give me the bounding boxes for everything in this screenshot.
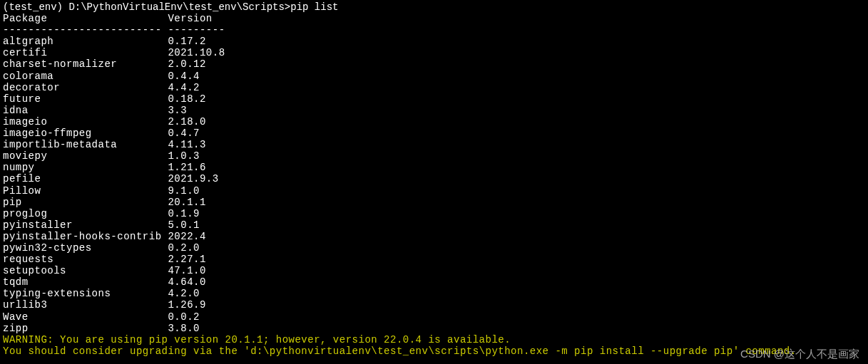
package-version: 4.4.2 <box>168 82 200 93</box>
package-version: 2.18.0 <box>168 116 205 128</box>
package-version: 2021.9.3 <box>168 173 218 184</box>
warning-line-2: You should consider upgrading via the 'd… <box>3 345 865 357</box>
package-row: pyinstaller 5.0.1 <box>3 219 865 231</box>
package-version: 3.8.0 <box>168 323 200 334</box>
package-name: charset-normalizer <box>3 58 168 70</box>
package-row: moviepy 1.0.3 <box>3 150 865 162</box>
header-package: Package <box>3 13 168 24</box>
package-name: altgraph <box>3 36 168 47</box>
package-row: setuptools 47.1.0 <box>3 265 865 276</box>
package-name: moviepy <box>3 150 168 162</box>
package-name: zipp <box>3 323 168 334</box>
package-name: idna <box>3 105 168 116</box>
package-version: 5.0.1 <box>168 219 200 231</box>
separator-version: --------- <box>168 24 225 36</box>
package-version: 0.2.0 <box>168 242 200 254</box>
package-version: 0.4.4 <box>168 71 200 82</box>
package-version: 4.64.0 <box>168 276 205 288</box>
package-name: proglog <box>3 208 168 219</box>
package-name: pyinstaller <box>3 219 168 231</box>
package-row: proglog 0.1.9 <box>3 208 865 219</box>
package-name: pip <box>3 197 168 208</box>
package-name: urllib3 <box>3 299 168 311</box>
package-row: pefile 2021.9.3 <box>3 173 865 184</box>
package-version: 0.1.9 <box>168 208 200 219</box>
package-row: requests 2.27.1 <box>3 254 865 265</box>
package-version: 1.26.9 <box>168 299 205 311</box>
package-name: Wave <box>3 311 168 323</box>
package-version: 0.18.2 <box>168 93 205 105</box>
package-row: pip 20.1.1 <box>3 197 865 208</box>
prompt-prefix: (test_env) D:\PythonVirtualEnv\test_env\… <box>3 1 290 13</box>
package-version: 0.4.7 <box>168 128 200 139</box>
package-name: imageio <box>3 116 168 128</box>
package-row: charset-normalizer 2.0.12 <box>3 58 865 70</box>
package-row: pyinstaller-hooks-contrib 2022.4 <box>3 231 865 242</box>
package-row: future 0.18.2 <box>3 93 865 105</box>
package-row: numpy 1.21.6 <box>3 162 865 173</box>
package-row: imageio-ffmpeg 0.4.7 <box>3 128 865 139</box>
package-row: colorama 0.4.4 <box>3 71 865 82</box>
package-row: typing-extensions 4.2.0 <box>3 288 865 299</box>
package-row: imageio 2.18.0 <box>3 116 865 128</box>
package-row: pywin32-ctypes 0.2.0 <box>3 242 865 254</box>
package-version: 2.0.12 <box>168 58 205 70</box>
watermark: CSDN @这个人不是画家 <box>740 348 859 360</box>
package-version: 47.1.0 <box>168 265 205 276</box>
package-version: 2021.10.8 <box>168 47 225 58</box>
package-version: 9.1.0 <box>168 185 200 197</box>
package-list: altgraph 0.17.2certifi 2021.10.8charset-… <box>3 36 865 333</box>
package-name: pywin32-ctypes <box>3 242 168 254</box>
package-row: importlib-metadata 4.11.3 <box>3 139 865 150</box>
command-prompt-line[interactable]: (test_env) D:\PythonVirtualEnv\test_env\… <box>3 1 865 13</box>
package-version: 3.3 <box>168 105 187 116</box>
package-row: altgraph 0.17.2 <box>3 36 865 47</box>
package-row: tqdm 4.64.0 <box>3 276 865 288</box>
package-name: typing-extensions <box>3 288 168 299</box>
package-version: 2022.4 <box>168 231 205 242</box>
command-text: pip list <box>290 1 338 13</box>
package-version: 4.2.0 <box>168 288 200 299</box>
package-name: setuptools <box>3 265 168 276</box>
package-row: Pillow 9.1.0 <box>3 185 865 197</box>
package-version: 2.27.1 <box>168 254 205 265</box>
package-version: 20.1.1 <box>168 197 205 208</box>
package-name: tqdm <box>3 276 168 288</box>
package-row: urllib3 1.26.9 <box>3 299 865 311</box>
warning-line-1: WARNING: You are using pip version 20.1.… <box>3 334 865 345</box>
package-name: decorator <box>3 82 168 93</box>
package-row: zipp 3.8.0 <box>3 323 865 334</box>
package-row: certifi 2021.10.8 <box>3 47 865 58</box>
package-row: decorator 4.4.2 <box>3 82 865 93</box>
package-version: 1.21.6 <box>168 162 205 173</box>
package-name: future <box>3 93 168 105</box>
package-name: pefile <box>3 173 168 184</box>
package-name: colorama <box>3 71 168 82</box>
package-name: pyinstaller-hooks-contrib <box>3 231 168 242</box>
package-name: importlib-metadata <box>3 139 168 150</box>
package-version: 1.0.3 <box>168 150 200 162</box>
package-name: Pillow <box>3 185 168 197</box>
package-name: requests <box>3 254 168 265</box>
package-name: certifi <box>3 47 168 58</box>
package-row: Wave 0.0.2 <box>3 311 865 323</box>
package-name: imageio-ffmpeg <box>3 128 168 139</box>
package-version: 0.0.2 <box>168 311 200 323</box>
package-version: 4.11.3 <box>168 139 205 150</box>
separator-package: ------------------------- <box>3 24 168 36</box>
package-row: idna 3.3 <box>3 105 865 116</box>
table-separator-row: ------------------------- --------- <box>3 24 865 36</box>
package-version: 0.17.2 <box>168 36 205 47</box>
header-version: Version <box>168 13 212 24</box>
table-header-row: Package Version <box>3 13 865 24</box>
package-name: numpy <box>3 162 168 173</box>
